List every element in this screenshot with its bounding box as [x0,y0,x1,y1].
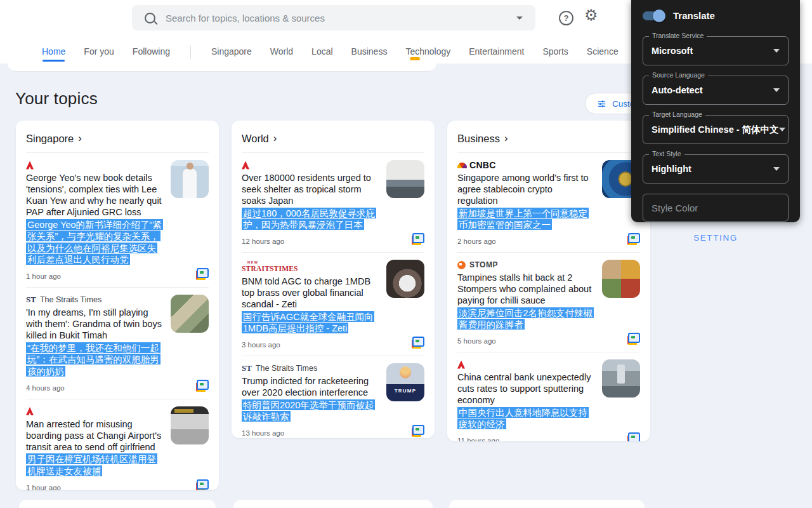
source-row[interactable]: CNBC [457,160,593,170]
tab-following[interactable]: Following [133,46,170,62]
source-row[interactable]: ST The Straits Times [26,295,162,305]
topic-card-business: Business › CNBC Singapore among world's … [447,121,650,441]
chevron-down-icon [773,49,780,53]
topic-header-world[interactable]: World › [242,130,424,153]
full-coverage-icon[interactable] [627,333,640,345]
source-row[interactable]: NEW STRAITSTIMES [242,260,377,274]
nav-divider [190,46,191,58]
toggle-knob [653,10,665,22]
article[interactable]: TRUMP ST The Straits Times Trump indicte… [242,356,424,438]
article-title[interactable]: 'In my dreams, I'm still playing with th… [26,307,162,341]
translated-title: George Yeo的新书详细介绍了“紧张关系”，与李光耀的复杂关系，以及为什么… [26,218,162,265]
tab-world[interactable]: World [270,46,293,62]
source-row[interactable] [457,359,593,370]
article-title[interactable]: Trump indicted for racketeering over 202… [242,375,377,398]
topic-card-singapore: Singapore › George Yeo's new book detail… [16,121,219,490]
full-coverage-icon[interactable] [411,425,424,437]
source-row[interactable]: STOMP [457,260,593,270]
article-thumbnail[interactable] [171,406,209,444]
full-coverage-icon[interactable] [627,432,640,441]
article[interactable]: ST The Straits Times 'In my dreams, I'm … [26,287,209,399]
translated-title: “在我的梦里，我还在和他们一起玩”：在武吉知马遇害的双胞胎男孩的奶奶 [26,342,162,377]
tab-local[interactable]: Local [311,46,332,62]
article-thumbnail[interactable] [386,160,424,198]
field-value: Microsoft [652,46,773,56]
tab-entertainment[interactable]: Entertainment [469,46,524,62]
article-title[interactable]: Over 180000 residents urged to seek shel… [242,172,377,206]
article[interactable]: Over 180000 residents urged to seek shel… [242,153,424,252]
full-coverage-icon[interactable] [195,479,209,491]
article-time: 1 hour ago [26,484,61,491]
chevron-down-icon [779,128,785,131]
article-title[interactable]: BNM told AGC to charge 1MDB top brass ov… [242,276,377,310]
tab-science[interactable]: Science [587,46,619,62]
article-title[interactable]: George Yeo's new book details 'tensions'… [26,172,162,218]
settings-gear-icon[interactable] [584,8,598,23]
tab-sports[interactable]: Sports [542,46,568,62]
article-thumbnail[interactable] [171,160,209,198]
article-title[interactable]: China central bank unexpectedly cuts rat… [457,371,593,406]
topic-title: World [242,133,269,145]
article[interactable]: George Yeo's new book details 'tensions'… [26,153,209,287]
chevron-down-icon [773,167,780,171]
article[interactable]: CNBC Singapore among world's first to ag… [457,153,640,252]
setting-link[interactable]: SETTING [643,232,789,243]
source-row[interactable] [242,160,377,170]
translated-title: 超过180，000名居民敦促寻求庇护，因为热带风暴浸泡了日本 [242,207,377,231]
article[interactable]: China central bank unexpectedly cuts rat… [457,352,640,441]
article-title[interactable]: Singapore among world's first to agree s… [457,172,593,206]
tab-singapore[interactable]: Singapore [211,46,252,62]
tab-for-you[interactable]: For you [84,46,114,62]
article-time: 2 hours ago [457,237,496,245]
straits-times-logo-icon: ST [26,295,36,305]
text-style-select[interactable]: Text Style Highlight [643,154,789,184]
article-title[interactable]: Man arrested for misusing boarding pass … [26,418,162,453]
search-dropdown-caret-icon[interactable] [516,17,523,20]
next-row-card-stub [449,500,645,508]
nst-new-label: NEW [247,261,298,265]
style-color-input[interactable] [643,194,789,222]
article-thumbnail[interactable] [602,359,640,398]
search-bar[interactable] [132,5,535,30]
panel-title: Translate [673,10,715,21]
full-coverage-icon[interactable] [627,233,640,245]
article-time: 5 hours ago [457,337,496,345]
cna-logo-icon [242,161,249,170]
article[interactable]: STOMP Tampines stalls hit back at 2 Stom… [457,252,640,352]
full-coverage-icon[interactable] [411,233,424,245]
article-thumbnail[interactable] [386,260,424,298]
article-title[interactable]: Tampines stalls hit back at 2 Stompers w… [457,272,593,306]
article-thumbnail[interactable]: TRUMP [386,363,424,401]
article-thumbnail[interactable] [602,260,640,298]
source-row[interactable] [26,160,162,170]
article-thumbnail[interactable] [171,295,209,333]
highlighted-translation: 淡滨尼摊位回击2名抱怨支付辣椒酱费用的跺脚者 [457,307,594,330]
scroll-indicator-dash [410,57,420,60]
nav-tabs: Home For you Following Singapore World L… [42,46,662,62]
highlighted-translation: 国行告诉AGC就全球金融丑闻向1MDB高层提出指控 - Zeti [242,311,374,334]
previous-card-remnant [8,64,436,72]
article[interactable]: Man arrested for misusing boarding pass … [26,399,209,491]
highlighted-translation: 特朗普因2020年选举干预而被起诉敲诈勒索 [242,399,375,422]
tab-home[interactable]: Home [42,46,65,62]
full-coverage-icon[interactable] [411,337,424,349]
tab-business[interactable]: Business [351,46,388,62]
target-language-select[interactable]: Target Language Simplified Chinese - 简体中… [643,115,789,144]
topic-header-business[interactable]: Business › [457,130,640,153]
translate-toggle[interactable] [643,11,664,20]
highlighted-translation: George Yeo的新书详细介绍了“紧张关系”，与李光耀的复杂关系，以及为什么… [26,219,163,265]
help-icon[interactable] [559,11,573,25]
topic-header-singapore[interactable]: Singapore › [26,130,209,153]
next-row-card-stub [233,500,433,508]
source-row[interactable] [26,406,162,417]
translated-title: 新加坡是世界上第一个同意稳定币加密监管的国家之一 [457,207,593,231]
article[interactable]: NEW STRAITSTIMES BNM told AGC to charge … [242,252,424,356]
article-time: 11 hours ago [457,437,499,441]
article-time: 3 hours ago [242,341,280,349]
source-row[interactable]: ST The Straits Times [242,363,377,373]
translate-service-select[interactable]: Translate Service Microsoft [643,36,789,65]
search-input[interactable] [164,12,510,24]
full-coverage-icon[interactable] [195,380,209,392]
source-language-select[interactable]: Source Language Auto-detect [643,76,789,105]
full-coverage-icon[interactable] [195,268,209,280]
